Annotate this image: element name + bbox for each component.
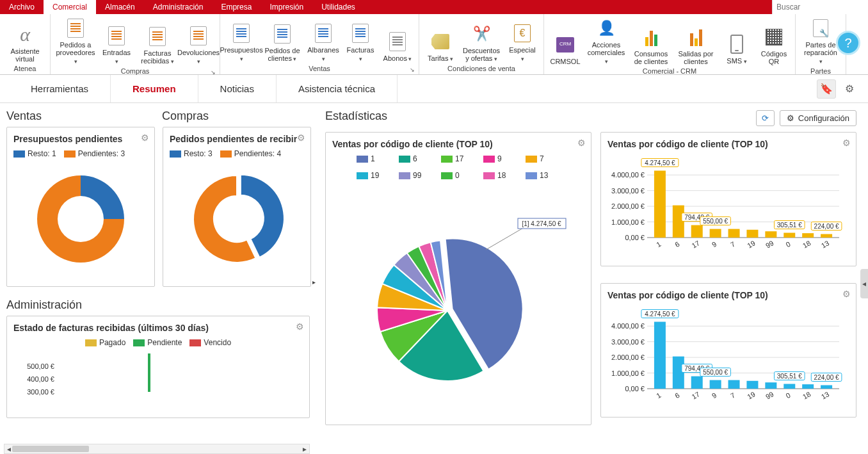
ribbon-tarifas[interactable]: Tarifas bbox=[422, 15, 459, 64]
svg-text:99: 99 bbox=[764, 239, 775, 250]
svg-text:500,00 €: 500,00 € bbox=[27, 362, 54, 370]
launcher-icon[interactable]: ↘ bbox=[211, 69, 216, 76]
svg-text:1: 1 bbox=[655, 391, 662, 400]
svg-text:18: 18 bbox=[801, 239, 812, 250]
svg-rect-42 bbox=[802, 233, 814, 238]
ribbon-devol[interactable]: Devoluciones bbox=[180, 15, 217, 67]
help-fab[interactable]: ? bbox=[836, 31, 860, 55]
fact-rec-icon bbox=[149, 25, 166, 48]
ribbon-especial[interactable]: €Especial bbox=[504, 15, 541, 64]
subtab-asistencia-técnica[interactable]: Asistencia técnica bbox=[277, 75, 398, 102]
svg-rect-28 bbox=[710, 229, 721, 238]
svg-rect-18 bbox=[654, 171, 666, 238]
subtab-resumen[interactable]: Resumen bbox=[111, 75, 198, 102]
ribbon-group-condiciones-de-venta: Tarifas✂️Descuentos y ofertas€EspecialCo… bbox=[419, 14, 544, 74]
legend-item: Resto: 1 bbox=[13, 149, 56, 158]
ribbon-presup[interactable]: Presupuestos bbox=[223, 15, 260, 64]
svg-text:4.000,00 €: 4.000,00 € bbox=[611, 322, 645, 330]
menu-empresa[interactable]: Empresa bbox=[212, 0, 261, 14]
splitter[interactable] bbox=[314, 103, 319, 454]
gear-icon[interactable]: ⚙ bbox=[840, 79, 859, 99]
svg-text:550,00 €: 550,00 € bbox=[703, 218, 728, 225]
collapse-handle[interactable]: ◂ bbox=[860, 269, 868, 298]
svg-text:17: 17 bbox=[690, 390, 701, 401]
launcher-icon[interactable]: ↘ bbox=[410, 67, 415, 73]
svg-rect-75 bbox=[746, 381, 758, 389]
svg-text:9: 9 bbox=[711, 240, 718, 248]
legend-item: Pagado bbox=[85, 338, 125, 347]
card-title: Ventas por código de cliente (TOP 10) bbox=[607, 290, 849, 300]
svg-rect-24 bbox=[691, 225, 703, 238]
ribbon-albaranes[interactable]: Albaranes bbox=[305, 15, 342, 64]
svg-text:13: 13 bbox=[820, 239, 831, 250]
ribbon-sms[interactable]: SMS bbox=[718, 15, 755, 67]
svg-text:0,00 €: 0,00 € bbox=[625, 385, 645, 393]
menu-administración[interactable]: Administración bbox=[144, 0, 213, 14]
menubar: ArchivoComercialAlmacénAdministraciónEmp… bbox=[0, 0, 868, 14]
gear-icon[interactable]: ⚙ bbox=[577, 138, 586, 148]
svg-text:4.000,00 €: 4.000,00 € bbox=[611, 171, 645, 179]
card-title: Ventas por código de cliente (TOP 10) bbox=[607, 139, 849, 149]
legend-item: Pendientes: 4 bbox=[220, 149, 281, 158]
config-button[interactable]: ⚙Configuración bbox=[780, 110, 856, 126]
ribbon-entradas[interactable]: Entradas bbox=[98, 15, 135, 67]
bookmark-icon[interactable]: 🔖 bbox=[817, 79, 836, 99]
svg-text:400,00 €: 400,00 € bbox=[27, 375, 54, 383]
ribbon-sal-cli[interactable]: Salidas por clientes bbox=[673, 15, 718, 67]
gear-icon[interactable]: ⚙ bbox=[141, 133, 149, 143]
ribbon-group-compras: Pedidos a proveedoresEntradasFacturas re… bbox=[51, 14, 220, 74]
svg-text:6: 6 bbox=[673, 391, 680, 400]
especial-icon: € bbox=[514, 22, 531, 45]
ribbon-group-comercial---crm: CRMCRMSOL👤Acciones comercialesConsumos d… bbox=[544, 14, 796, 74]
presup-icon bbox=[233, 22, 250, 45]
gear-icon[interactable]: ⚙ bbox=[296, 321, 304, 332]
menu-impresión[interactable]: Impresión bbox=[261, 0, 312, 14]
gear-icon[interactable]: ⚙ bbox=[842, 138, 851, 148]
menu-utilidades[interactable]: Utilidades bbox=[312, 0, 364, 14]
ribbon-ped-cli[interactable]: Pedidos de clientes bbox=[260, 15, 305, 64]
horizontal-scrollbar[interactable]: ◄► bbox=[4, 444, 310, 454]
ribbon-cons-cli[interactable]: Consumos de clientes bbox=[629, 15, 673, 67]
menu-comercial[interactable]: Comercial bbox=[44, 0, 96, 14]
menu-almacén[interactable]: Almacén bbox=[96, 0, 144, 14]
subtabs: HerramientasResumenNoticiasAsistencia té… bbox=[0, 75, 868, 103]
ribbon-fact-rec[interactable]: Facturas recibidas bbox=[135, 15, 180, 67]
compras-title: Compras bbox=[162, 109, 310, 123]
card-bar-top10-a: ⚙ Ventas por código de cliente (TOP 10) … bbox=[600, 132, 856, 266]
svg-text:17: 17 bbox=[690, 239, 701, 250]
svg-text:1.000,00 €: 1.000,00 € bbox=[611, 369, 645, 377]
ribbon-facturas[interactable]: Facturas bbox=[342, 15, 379, 64]
cons-cli-icon bbox=[645, 26, 657, 49]
ribbon-qr[interactable]: Códigos QR bbox=[755, 15, 792, 67]
subtab-herramientas[interactable]: Herramientas bbox=[9, 75, 111, 102]
config-label: Configuración bbox=[798, 113, 849, 123]
ribbon-crmsol[interactable]: CRMCRMSOL bbox=[547, 15, 584, 67]
ribbon-asistente[interactable]: αAsistente virtual bbox=[3, 15, 47, 64]
donut2-legend: Resto: 3Pendientes: 4 bbox=[170, 149, 304, 158]
search-input[interactable] bbox=[776, 3, 864, 12]
svg-text:0,00 €: 0,00 € bbox=[625, 234, 645, 241]
admin-title: Administración bbox=[6, 298, 310, 312]
main: Ventas Compras ⚙ Presupuestos pendientes… bbox=[0, 103, 868, 454]
menu-archivo[interactable]: Archivo bbox=[0, 0, 44, 14]
card-title: Estado de facturas recibidas (últimos 30… bbox=[13, 323, 303, 333]
subtab-noticias[interactable]: Noticias bbox=[198, 75, 277, 102]
svg-text:4.274,50 €: 4.274,50 € bbox=[645, 159, 675, 166]
gear-icon[interactable]: ⚙ bbox=[297, 133, 305, 143]
ribbon-group-label: Comercial - CRM bbox=[547, 67, 792, 76]
svg-rect-59 bbox=[654, 322, 666, 389]
svg-text:18: 18 bbox=[801, 390, 812, 401]
svg-text:300,00 €: 300,00 € bbox=[27, 388, 54, 396]
ribbon-ped-prov[interactable]: Pedidos a proveedores bbox=[53, 15, 98, 67]
search-box[interactable] bbox=[772, 0, 868, 14]
svg-text:4.274,50 €: 4.274,50 € bbox=[645, 311, 675, 318]
refresh-button[interactable]: ⟳ bbox=[756, 110, 775, 126]
svg-text:1: 1 bbox=[655, 240, 662, 248]
ribbon-abonos[interactable]: Abonos bbox=[379, 15, 416, 64]
legend-item: 19 bbox=[357, 171, 391, 180]
ribbon-acc-com[interactable]: 👤Acciones comerciales bbox=[584, 15, 629, 67]
ribbon-desc[interactable]: ✂️Descuentos y ofertas bbox=[459, 15, 504, 64]
gear-icon[interactable]: ⚙ bbox=[842, 289, 851, 299]
facturas-chart: 300,00 €400,00 €500,00 € bbox=[13, 353, 301, 405]
devol-icon bbox=[190, 24, 207, 47]
